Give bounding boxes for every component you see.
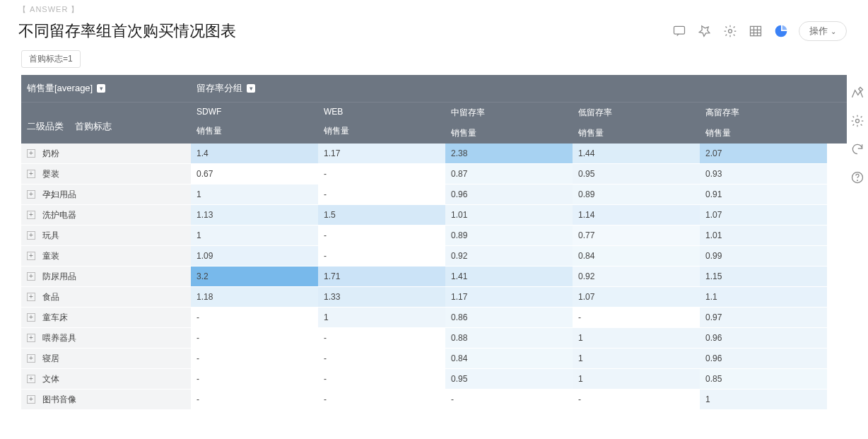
cell[interactable]: - <box>191 390 318 410</box>
dim2-label: 首购标志 <box>75 120 112 133</box>
cell[interactable]: - <box>573 308 700 328</box>
dropdown-icon[interactable]: ▾ <box>97 84 105 93</box>
cell[interactable]: - <box>191 328 318 349</box>
cell[interactable]: 1 <box>573 349 700 369</box>
cell[interactable]: 1 <box>573 369 700 390</box>
cell[interactable]: - <box>191 349 318 369</box>
cell[interactable]: 1.41 <box>445 267 573 287</box>
cell[interactable]: 2.38 <box>445 144 573 164</box>
expand-icon[interactable]: + <box>27 252 35 260</box>
expand-icon[interactable]: + <box>27 190 35 199</box>
expand-icon[interactable]: + <box>27 231 35 240</box>
filter-chip[interactable]: 首购标志=1 <box>21 50 81 68</box>
cell[interactable]: 0.85 <box>700 369 827 390</box>
expand-icon[interactable]: + <box>27 375 35 383</box>
cell[interactable]: 1.17 <box>318 144 445 164</box>
cell[interactable]: 0.97 <box>700 308 827 328</box>
expand-icon[interactable]: + <box>27 313 35 322</box>
cell[interactable]: - <box>318 390 445 410</box>
cell[interactable]: 1.71 <box>318 267 445 287</box>
cell[interactable]: 0.96 <box>700 328 827 349</box>
cell[interactable]: 0.95 <box>573 164 700 185</box>
cell[interactable]: 3.2 <box>191 267 318 287</box>
dropdown-icon[interactable]: ▾ <box>247 84 255 93</box>
cell[interactable]: 1.13 <box>191 205 318 226</box>
expand-icon[interactable]: + <box>27 354 35 363</box>
cell[interactable]: 1.09 <box>191 246 318 267</box>
cell[interactable]: 1 <box>700 390 827 410</box>
cell[interactable]: 1.15 <box>700 267 827 287</box>
cell[interactable]: 1.14 <box>573 205 700 226</box>
cell[interactable]: 0.91 <box>700 185 827 205</box>
cell[interactable]: 0.89 <box>573 185 700 205</box>
cell[interactable]: - <box>191 308 318 328</box>
cell[interactable]: - <box>318 369 445 390</box>
cell[interactable]: 0.92 <box>445 246 573 267</box>
cell[interactable]: 0.95 <box>445 369 573 390</box>
expand-icon[interactable]: + <box>27 170 35 178</box>
cell[interactable]: 1.1 <box>700 287 827 308</box>
column-header[interactable]: 高留存率 <box>700 103 827 123</box>
cell[interactable]: 1.17 <box>445 287 573 308</box>
cell[interactable]: 0.99 <box>700 246 827 267</box>
table-view-icon[interactable] <box>748 23 763 39</box>
cell[interactable]: - <box>318 226 445 246</box>
edit-chart-icon[interactable] <box>850 85 865 100</box>
cell[interactable]: - <box>573 390 700 410</box>
cell[interactable]: 2.07 <box>700 144 827 164</box>
comment-icon[interactable] <box>671 23 687 39</box>
cell[interactable]: 1 <box>318 308 445 328</box>
expand-icon[interactable]: + <box>27 395 35 404</box>
cell[interactable]: 1.01 <box>445 205 573 226</box>
help-icon[interactable] <box>850 170 865 185</box>
column-header[interactable]: 中留存率 <box>445 103 573 123</box>
cell[interactable]: - <box>318 328 445 349</box>
cell[interactable]: - <box>318 164 445 185</box>
cell[interactable]: 1.33 <box>318 287 445 308</box>
pin-icon[interactable] <box>697 23 712 39</box>
cell[interactable]: 0.87 <box>445 164 573 185</box>
cell[interactable]: - <box>445 390 573 410</box>
cell[interactable]: 1.07 <box>573 287 700 308</box>
metric-header[interactable]: 销售量[average] ▾ <box>21 75 191 102</box>
chart-view-icon[interactable] <box>773 23 789 39</box>
expand-icon[interactable]: + <box>27 272 35 281</box>
cell[interactable]: - <box>191 369 318 390</box>
cell[interactable]: - <box>318 185 445 205</box>
cell[interactable]: 0.96 <box>700 349 827 369</box>
cell[interactable]: 1 <box>191 185 318 205</box>
expand-icon[interactable]: + <box>27 293 35 301</box>
cell[interactable]: 0.96 <box>445 185 573 205</box>
table-row: +孕妇用品1-0.960.890.91 <box>21 185 847 205</box>
expand-icon[interactable]: + <box>27 149 35 158</box>
column-header[interactable]: 低留存率 <box>573 103 700 123</box>
cell[interactable]: 0.92 <box>573 267 700 287</box>
cell[interactable]: 1.18 <box>191 287 318 308</box>
cell[interactable]: 1 <box>573 328 700 349</box>
cell[interactable]: 1.01 <box>700 226 827 246</box>
operations-button[interactable]: 操作 ⌄ <box>799 21 847 41</box>
cell[interactable]: 0.89 <box>445 226 573 246</box>
cell[interactable]: 1 <box>191 226 318 246</box>
expand-icon[interactable]: + <box>27 334 35 342</box>
expand-icon[interactable]: + <box>27 211 35 219</box>
cell[interactable]: 1.07 <box>700 205 827 226</box>
refresh-icon[interactable] <box>850 141 865 157</box>
cell[interactable]: 0.93 <box>700 164 827 185</box>
cell[interactable]: 0.67 <box>191 164 318 185</box>
settings-icon[interactable] <box>722 23 738 39</box>
column-header[interactable]: WEB <box>318 103 445 121</box>
cell[interactable]: 0.84 <box>445 349 573 369</box>
cell[interactable]: - <box>318 349 445 369</box>
cell[interactable]: 0.88 <box>445 328 573 349</box>
cell[interactable]: 0.84 <box>573 246 700 267</box>
cell[interactable]: 1.5 <box>318 205 445 226</box>
cell[interactable]: 0.86 <box>445 308 573 328</box>
cell[interactable]: 1.4 <box>191 144 318 164</box>
cell[interactable]: - <box>318 246 445 267</box>
cell[interactable]: 1.44 <box>573 144 700 164</box>
column-header[interactable]: SDWF <box>191 103 318 121</box>
group-header[interactable]: 留存率分组 ▾ <box>191 75 847 102</box>
gear-icon[interactable] <box>850 113 865 129</box>
cell[interactable]: 0.77 <box>573 226 700 246</box>
